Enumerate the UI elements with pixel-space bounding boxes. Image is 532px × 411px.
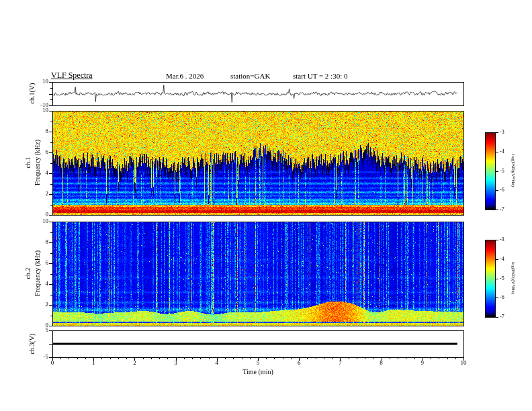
y-tick-label: 10: [26, 218, 48, 225]
colorbar-tick-label: -7: [500, 314, 513, 320]
y-tick-label: 5: [26, 326, 48, 334]
ch2-channel-label: ch.2: [24, 268, 32, 279]
colorbar-tick-label: -3: [500, 129, 513, 136]
x-tick-label: 2: [126, 359, 142, 367]
ch1-channel-label: ch.1: [24, 157, 32, 169]
x-tick-label: 0: [44, 359, 60, 367]
colorbar-tick-label: -5: [500, 275, 513, 282]
x-tick-label: 6: [291, 359, 307, 367]
y-tick-label: 10: [26, 78, 48, 85]
start-ut-label: start UT = 2 :30: 0: [293, 72, 347, 80]
y-tick-label: 2: [26, 190, 48, 197]
ch3-voltage-axis-label: ch.3(V): [28, 334, 36, 355]
x-tick-label: 1: [85, 359, 101, 367]
colorbar-tick-label: -5: [500, 168, 513, 175]
y-tick-label: 6: [26, 148, 48, 156]
y-tick-label: 8: [26, 238, 48, 246]
colorbar-tick-label: -3: [500, 236, 513, 243]
x-tick-label: 9: [414, 359, 431, 367]
station-label: station=GAK: [230, 72, 270, 80]
ch1-voltage-axis-label: ch.1(V): [28, 83, 36, 104]
x-tick-label: 7: [332, 359, 348, 367]
plot-canvas: [0, 0, 532, 411]
x-tick-label: 4: [209, 359, 225, 367]
colorbar-tick-label: -6: [500, 187, 513, 193]
y-tick-label: 10: [26, 107, 48, 114]
ch2-frequency-axis-label: Frequency (kHz): [34, 250, 41, 296]
x-tick-label: 3: [168, 359, 184, 367]
x-tick-label: 5: [250, 359, 266, 367]
y-tick-label: 4: [26, 280, 48, 287]
y-tick-label: 6: [26, 259, 48, 267]
ch1-frequency-axis-label: Frequency (kHz): [34, 140, 41, 185]
colorbar-tick-label: -4: [500, 148, 513, 155]
colorbar-tick-label: -7: [500, 206, 513, 213]
y-tick-label: 8: [26, 128, 48, 135]
plot-date: Mar.6 . 2026: [166, 72, 204, 80]
y-tick-label: 4: [26, 169, 48, 177]
y-tick-label: 2: [26, 301, 48, 308]
vlf-spectra-figure: VLF Spectra Mar.6 . 2026 station=GAK sta…: [0, 0, 532, 411]
x-tick-label: 8: [373, 359, 390, 367]
x-tick-label: 10: [455, 359, 472, 367]
colorbar-tick-label: -6: [500, 294, 513, 301]
x-axis-label: Time (min): [242, 368, 273, 375]
plot-title: VLF Spectra: [51, 71, 93, 81]
colorbar-tick-label: -4: [500, 256, 513, 263]
